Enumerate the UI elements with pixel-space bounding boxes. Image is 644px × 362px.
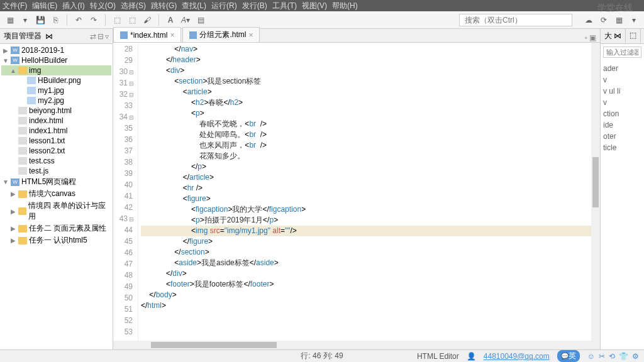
- project-manager-panel: 项目管理器 ⋈ ⇄⊟▿ ▶W2018-2019-1▼WHelloHBuilder…: [0, 29, 113, 349]
- tree-item[interactable]: index1.html: [1, 126, 111, 136]
- menu-file[interactable]: 文件(F): [3, 1, 27, 11]
- code-content[interactable]: </nav> </header> <div> <section>我是sectio…: [138, 43, 600, 341]
- sync-icon[interactable]: ⟳: [597, 14, 610, 26]
- editor-tabs: *index.html×分组元素.html× ▫ ▣: [113, 29, 600, 43]
- undo-icon[interactable]: ⬚: [111, 14, 123, 26]
- redo-icon[interactable]: ⬚: [126, 14, 138, 26]
- close-icon[interactable]: ×: [170, 31, 174, 40]
- tree-item[interactable]: my1.jpg: [1, 85, 111, 96]
- outline-item[interactable]: oter: [603, 131, 641, 142]
- menu-view[interactable]: 视图(V): [302, 1, 327, 11]
- menu-select[interactable]: 选择(S): [121, 1, 146, 11]
- text-icon[interactable]: A: [164, 14, 177, 26]
- outline-list[interactable]: adervv ul livctionideoterticle: [601, 60, 644, 156]
- link-icon[interactable]: ⇄: [90, 32, 96, 41]
- menu-publish[interactable]: 发行(B): [242, 1, 267, 11]
- tree-item[interactable]: ▶W2018-2019-1: [1, 45, 111, 55]
- menu-help[interactable]: 帮助(H): [332, 1, 358, 11]
- outline-item[interactable]: v: [603, 97, 641, 108]
- outline-tab[interactable]: 大 ⋈: [601, 29, 626, 43]
- status-bar: 行: 46 列: 49 HTML Editor 👤 44810049@qq.co…: [0, 349, 644, 362]
- save-icon[interactable]: 💾: [34, 14, 47, 26]
- outline-item[interactable]: ader: [603, 63, 641, 74]
- toolbar: ▦ ▾ 💾 ⎘ ↶ ↷ ⬚ ⬚ 🖌 A A▾ ▤ ☁ ⟳ ▦ ▾: [0, 11, 644, 29]
- tree-item[interactable]: HBuilder.png: [1, 75, 111, 85]
- outline-panel: 大 ⋈ ⬚ adervv ul livctionideoterticle: [600, 29, 644, 349]
- open-icon[interactable]: ▾: [19, 14, 31, 26]
- save-all-icon[interactable]: ⎘: [49, 14, 62, 26]
- line-gutter: 282930⊟31⊟32⊟3334⊟353637383940414243⊟444…: [113, 43, 138, 341]
- tree-item[interactable]: test.js: [1, 166, 111, 176]
- cloud-icon[interactable]: ☁: [582, 14, 595, 26]
- code-editor[interactable]: 282930⊟31⊟32⊟3334⊟353637383940414243⊟444…: [113, 43, 600, 341]
- editor-tab[interactable]: *index.html×: [113, 27, 181, 42]
- outline-item[interactable]: ticle: [603, 142, 641, 153]
- collapse-icon[interactable]: ⊟: [97, 32, 104, 41]
- tree-item[interactable]: lesson1.txt: [1, 136, 111, 146]
- project-tree[interactable]: ▶W2018-2019-1▼WHelloHBuilder▲imgHBuilder…: [0, 44, 113, 349]
- outline-item[interactable]: v ul li: [603, 85, 641, 97]
- user-account-link[interactable]: 44810049@qq.com: [484, 352, 550, 361]
- tree-item[interactable]: ▶任务一 认识html5: [1, 234, 111, 246]
- tree-item[interactable]: ▲img: [1, 65, 111, 75]
- tree-item[interactable]: ▼WHelloHBuilder: [1, 55, 111, 65]
- menu-run[interactable]: 运行(R): [211, 1, 237, 11]
- outline-item[interactable]: ction: [603, 108, 641, 119]
- vertical-scrollbar[interactable]: [591, 43, 600, 341]
- format-icon[interactable]: A▾: [179, 14, 192, 26]
- menu-jump[interactable]: 跳转(G): [151, 1, 177, 11]
- editor-mode: HTML Editor: [417, 352, 459, 361]
- outline-item[interactable]: v: [603, 74, 641, 85]
- user-icon: 👤: [467, 352, 476, 361]
- tree-item[interactable]: ▶情境六canvas: [1, 188, 111, 200]
- cut-icon[interactable]: ✂: [599, 352, 605, 361]
- tree-item[interactable]: ▶任务二 页面元素及属性: [1, 222, 111, 234]
- tree-item[interactable]: index.html: [1, 116, 111, 126]
- ime-badge[interactable]: 💬英: [557, 350, 580, 362]
- brush-icon[interactable]: 🖌: [141, 14, 153, 26]
- tree-item[interactable]: my2.jpg: [1, 96, 111, 106]
- new-file-icon[interactable]: ▦: [4, 14, 16, 26]
- layout-icon[interactable]: ▤: [194, 14, 207, 26]
- back-icon[interactable]: ↶: [72, 14, 85, 26]
- shirt-icon[interactable]: 👕: [619, 352, 628, 361]
- horizontal-scrollbar[interactable]: [113, 341, 600, 349]
- cursor-position: 行: 46 列: 49: [301, 351, 343, 361]
- scroll-thumb-h[interactable]: [151, 342, 277, 348]
- tree-item[interactable]: beiyong.html: [1, 106, 111, 116]
- search-input[interactable]: [459, 14, 572, 26]
- editor-minimize-icon[interactable]: ▫ ▣: [580, 33, 600, 42]
- config-icon[interactable]: ▦: [613, 14, 625, 26]
- watermark-logo: 学堂在线: [597, 3, 633, 14]
- tree-item[interactable]: lesson2.txt: [1, 146, 111, 156]
- menu-edit[interactable]: 编辑(E): [32, 1, 57, 11]
- menu-insert[interactable]: 插入(I): [62, 1, 84, 11]
- tree-item[interactable]: test.css: [1, 156, 111, 166]
- refresh-icon[interactable]: ⟲: [609, 352, 615, 361]
- project-manager-tab[interactable]: 项目管理器 ⋈ ⇄⊟▿: [0, 29, 113, 44]
- menu-goto[interactable]: 转义(O): [90, 1, 116, 11]
- tree-item[interactable]: ▼WHTML5网页编程: [1, 176, 111, 188]
- editor-tab[interactable]: 分组元素.html×: [182, 27, 260, 42]
- debug-icon[interactable]: ▾: [628, 14, 640, 26]
- menu-find[interactable]: 查找(L): [182, 1, 206, 11]
- filter-input[interactable]: [603, 47, 641, 58]
- menu-bar: 文件(F) 编辑(E) 插入(I) 转义(O) 选择(S) 跳转(G) 查找(L…: [0, 0, 644, 11]
- emoji-icon[interactable]: ☺: [587, 352, 595, 361]
- tree-item[interactable]: ▶情境四 表单的设计与应用: [1, 200, 111, 222]
- outline-tab2[interactable]: ⬚: [626, 29, 641, 43]
- close-icon[interactable]: ×: [248, 31, 253, 40]
- menu-icon[interactable]: ▿: [105, 32, 109, 41]
- settings-icon[interactable]: ⚙: [632, 352, 639, 361]
- menu-tools[interactable]: 工具(T): [272, 1, 297, 11]
- editor-area: *index.html×分组元素.html× ▫ ▣ 282930⊟31⊟32⊟…: [113, 29, 600, 349]
- scroll-thumb[interactable]: [592, 157, 599, 207]
- forward-icon[interactable]: ↷: [87, 14, 100, 26]
- project-manager-title: 项目管理器: [4, 31, 42, 41]
- outline-item[interactable]: ide: [603, 119, 641, 131]
